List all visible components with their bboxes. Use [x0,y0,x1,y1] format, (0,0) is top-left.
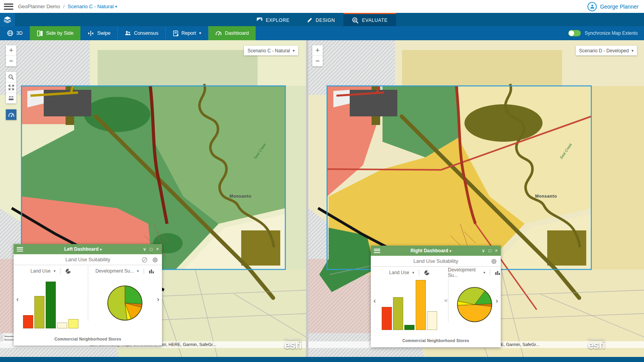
measure-ruler-icon [8,96,14,101]
chart1-selector-label[interactable]: Land Use [30,268,50,274]
tab-explore[interactable]: EXPLORE [248,13,298,26]
swipe-icon [87,30,94,36]
right-scenario-selector[interactable]: Scenario D - Developed ▾ [576,46,637,55]
widget-title-row: Land Use Suitability [14,254,162,265]
gauge-icon [215,30,222,36]
zoom-out-button[interactable]: − [312,56,323,66]
mode-tabs: EXPLORE DESIGN EVALUATE [248,13,396,26]
side-by-side-icon [37,30,43,36]
dashboard-menu-icon[interactable] [374,249,380,253]
breadcrumb-separator: / [63,4,65,9]
maximize-icon[interactable]: □ [489,248,491,253]
3d-button[interactable]: 3D [0,26,30,40]
zoom-out-button[interactable]: − [6,56,16,66]
pie-chart-type-icon[interactable] [65,268,71,274]
dashboard-button[interactable]: Dashboard [208,26,256,40]
chart2-selector-label[interactable]: Development Su... [95,268,134,274]
breadcrumb-app-name: GeoPlanner Demo [18,4,60,9]
carousel-prev-icon[interactable]: ‹ [374,297,376,305]
map-label-monsanto: Monsanto [229,194,251,198]
caret-down-icon: ▾ [199,31,201,35]
breadcrumb-scenario-dropdown[interactable]: Scenario C - Natural ▾ [68,4,117,9]
consensus-people-icon [125,30,131,36]
caret-down-icon: ▾ [450,249,452,253]
hamburger-menu-icon[interactable] [4,4,13,10]
tab-evaluate[interactable]: EVALUATE [343,13,396,26]
collapse-icon[interactable]: ∨ [143,246,146,252]
evaluate-chart-magnifier-icon [352,17,359,23]
left-scenario-selector[interactable]: Scenario C - Natural ▾ [244,46,298,55]
evaluate-toolbar: 3D Side by Side Swipe Consensus Report ▾… [0,26,644,40]
caret-down-icon: ▾ [115,5,117,9]
widget-title-row: Land Use Suitability [371,256,501,267]
maximize-icon[interactable]: □ [150,246,153,252]
land-use-bar-chart [23,277,78,329]
dashboard-charts-body: ‹ « › Land Use ▾ Development Su... ▾ [371,267,501,334]
zoom-controls: + − [312,45,323,66]
left-dashboard-panel: Left Dashboard ▾ ∨ □ × Land Use Suitabil… [14,244,162,346]
report-document-icon [173,30,178,36]
bar-chart-type-icon[interactable] [495,270,501,275]
carousel-prev-icon[interactable]: ‹ [16,295,19,303]
land-use-bar-chart [382,278,437,331]
bottom-bar [0,357,644,362]
user-name: George Planner [600,4,639,10]
full-extent-button[interactable] [6,82,16,93]
close-icon[interactable]: × [156,246,159,252]
carousel-next-icon[interactable]: › [496,297,498,305]
search-button[interactable] [6,72,16,82]
side-by-side-button[interactable]: Side by Side [30,26,80,40]
dashboard-tool-button[interactable] [6,109,16,120]
map-tools [6,72,16,103]
measure-button[interactable] [6,93,16,103]
chart1-selector-label[interactable]: Land Use [389,270,409,275]
toolbar-right-group: Synchronize Map Extents [568,26,644,40]
gauge-icon [8,112,14,118]
dashboard-title-dropdown[interactable]: Left Dashboard ▾ [23,246,143,252]
caret-down-icon[interactable]: ▾ [53,269,55,273]
expand-arrows-icon [9,85,14,90]
main-nav-bar: EXPLORE DESIGN EVALUATE [0,13,644,26]
globe-icon [7,30,13,36]
chart2-selector-label[interactable]: Development Su... [448,267,480,278]
left-dashboard-header: Left Dashboard ▾ ∨ □ × [14,244,162,254]
caret-down-icon[interactable]: ▾ [484,271,486,275]
user-menu[interactable]: George Planner [587,2,644,11]
bar-chart-type-icon[interactable] [149,269,155,274]
carousel-collapse-icon[interactable]: « [444,297,448,304]
esri-logo: Powered by esri [284,337,301,350]
close-icon[interactable]: × [495,248,498,253]
dashboard-charts-body: ‹ › Land Use ▾ Development Su... ▾ [14,265,162,332]
widget-title: Land Use Suitability [371,258,501,264]
tab-design[interactable]: DESIGN [298,13,344,26]
layers-icon [4,16,11,23]
widget-title: Land Use Suitability [14,257,162,262]
report-button[interactable]: Report ▾ [166,26,209,40]
dashboard-menu-icon[interactable] [17,247,23,251]
globe-disabled-icon[interactable] [142,257,148,263]
zoom-in-button[interactable]: + [312,45,323,56]
explore-icon [256,17,263,23]
layers-panel-button[interactable] [0,13,15,26]
carousel-next-icon[interactable]: › [157,295,159,303]
zoom-in-button[interactable]: + [6,45,16,56]
caret-down-icon: ▾ [632,49,633,53]
caret-down-icon[interactable]: ▾ [412,271,414,275]
gear-icon[interactable] [491,259,497,264]
synchronize-extents-label: Synchronize Map Extents [585,30,638,36]
dashboard-title-dropdown[interactable]: Right Dashboard ▾ [380,248,482,253]
nav-spacer [629,13,644,26]
synchronize-extents-toggle[interactable] [568,30,581,36]
esri-logo: Powered by esri [588,337,605,350]
dashboard-tool [6,109,16,120]
caret-down-icon[interactable]: ▾ [137,269,139,273]
right-dashboard-panel: Right Dashboard ▾ ∨ □ × Land Use Suitabi… [371,246,501,347]
collapse-icon[interactable]: ∨ [482,248,485,253]
consensus-button[interactable]: Consensus [118,26,166,40]
right-dashboard-header: Right Dashboard ▾ ∨ □ × [371,246,501,256]
pie-chart-type-icon[interactable] [424,270,430,276]
swipe-button[interactable]: Swipe [80,26,118,40]
pencil-icon [307,17,313,23]
map-label-monsanto: Monsanto [535,194,557,198]
gear-icon[interactable] [152,257,158,263]
